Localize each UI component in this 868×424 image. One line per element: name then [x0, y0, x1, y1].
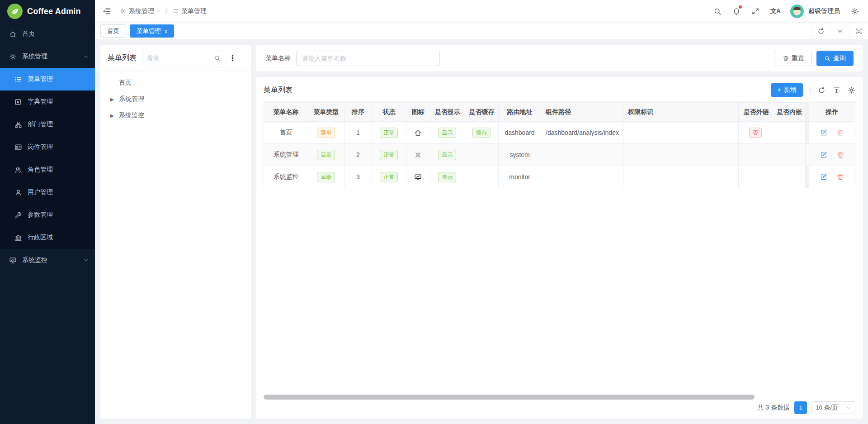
more-options-icon[interactable]: ⋮ [229, 54, 236, 62]
status-badge: 正常 [380, 172, 398, 182]
wrench-icon [14, 211, 22, 219]
menu-name-label: 菜单名称 [265, 54, 291, 62]
avatar[interactable] [790, 5, 804, 18]
refresh-icon[interactable] [818, 86, 826, 94]
home-icon [414, 129, 422, 137]
cell-embedded [772, 144, 805, 166]
settings-gear-icon[interactable] [851, 7, 859, 15]
sidebar-item-home[interactable]: 首页 [0, 23, 95, 45]
chevron-down-icon [156, 9, 161, 14]
sidebar-item-system-monitor[interactable]: 系统监控 [0, 249, 95, 272]
close-icon[interactable]: x [165, 28, 167, 34]
fullscreen-icon[interactable] [751, 7, 760, 15]
breadcrumb-parent[interactable]: 系统管理 [129, 7, 154, 15]
tree-node-label: 系统监控 [119, 111, 144, 119]
tree-node-monitor[interactable]: ▶ 系统监控 [105, 107, 246, 124]
refresh-tab-button[interactable] [811, 23, 830, 39]
column-settings-gear-icon[interactable] [848, 86, 855, 94]
tree-search-group [142, 51, 224, 65]
tree-panel-header: 菜单列表 ⋮ [100, 45, 251, 71]
page-1-button[interactable]: 1 [794, 401, 807, 414]
divider [832, 152, 832, 158]
cell-permission [623, 144, 738, 166]
bank-icon [14, 234, 22, 242]
reset-button[interactable]: 重置 [775, 51, 812, 66]
menu-table: 菜单名称 菜单类型 排序 状态 图标 是否显示 是否缓存 路由地址 组件路径 [264, 102, 855, 188]
cell-menu-name: 首页 [264, 122, 308, 144]
delete-icon[interactable] [837, 173, 844, 181]
sidebar-item-user-management[interactable]: 用户管理 [0, 181, 95, 204]
maximize-content-button[interactable] [849, 23, 868, 39]
tab-menu-dropdown[interactable] [830, 23, 849, 39]
add-button[interactable]: + 新增 [771, 83, 803, 97]
caret-right-icon[interactable]: ▶ [110, 97, 116, 102]
row-density-icon[interactable] [833, 86, 840, 94]
gear-icon [414, 151, 422, 159]
cell-route: dashboard [499, 122, 541, 144]
edit-icon[interactable] [820, 173, 827, 181]
table-row[interactable]: 系统管理 目录 2 正常 显示 system [264, 144, 855, 166]
sidebar-item-role-management[interactable]: 角色管理 [0, 158, 95, 181]
edit-icon[interactable] [820, 129, 827, 136]
monitor-icon [414, 173, 422, 181]
status-badge: 正常 [380, 150, 398, 160]
scrollbar-gutter [805, 166, 809, 188]
sidebar-item-system-management[interactable]: 系统管理 [0, 45, 95, 68]
external-link-badge: 否 [749, 128, 762, 138]
tab-menu-management[interactable]: 菜单管理 x [130, 24, 174, 38]
menu-name-input[interactable] [296, 51, 440, 66]
page-size-select[interactable]: 10 条/页 [811, 401, 855, 414]
sidebar-item-menu-management[interactable]: 菜单管理 [0, 68, 95, 91]
tab-home[interactable]: 首页 [100, 24, 126, 38]
notifications-button[interactable] [732, 7, 741, 15]
edit-icon[interactable] [820, 151, 827, 158]
maximize-icon [855, 28, 863, 35]
leaf-logo-icon [7, 4, 23, 19]
tree-node-home[interactable]: ▶ 首页 [105, 75, 246, 91]
divider [832, 174, 832, 180]
refresh-icon [817, 28, 825, 35]
trash-icon [783, 55, 789, 62]
tree-node-label: 系统管理 [119, 95, 144, 103]
sidebar-item-param-management[interactable]: 参数管理 [0, 204, 95, 226]
search-icon[interactable] [713, 7, 722, 15]
column-header: 权限标识 [623, 103, 738, 122]
cell-external [739, 166, 772, 188]
caret-right-icon[interactable]: ▶ [110, 113, 116, 118]
translate-icon[interactable]: 文A [770, 7, 780, 15]
tree-search-input[interactable] [142, 51, 210, 65]
reset-button-label: 重置 [792, 54, 804, 62]
table-row[interactable]: 系统监控 目录 3 正常 显示 monitor [264, 166, 855, 188]
sidebar-item-dept-management[interactable]: 部门管理 [0, 113, 95, 136]
column-header: 排序 [344, 103, 372, 122]
gear-icon [9, 53, 17, 61]
table-toolbar: + 新增 [771, 83, 855, 97]
table-row[interactable]: 首页 菜单 1 正常 显示 缓存 dashboard /dashboard/an… [264, 122, 855, 144]
app-logo[interactable]: Coffee Admin [0, 0, 95, 23]
menu-type-badge: 目录 [317, 172, 335, 182]
column-header: 是否缓存 [464, 103, 499, 122]
tree-search-button[interactable] [210, 51, 224, 65]
delete-icon[interactable] [837, 151, 844, 158]
sidebar-item-dict-management[interactable]: 字典管理 [0, 91, 95, 113]
cell-embedded [772, 122, 805, 144]
scrollbar-thumb[interactable] [264, 395, 755, 400]
tab-label: 首页 [107, 27, 119, 35]
row-actions [814, 173, 850, 181]
list-icon [172, 8, 179, 14]
cell-route: system [499, 144, 541, 166]
column-header: 菜单类型 [308, 103, 344, 122]
main-area: 系统管理 / 菜单管理 文A 超级管理员 首页 [95, 0, 868, 424]
sidebar-item-admin-region[interactable]: 行政区域 [0, 226, 95, 249]
table-card-title: 菜单列表 [264, 86, 292, 95]
menu-fold-icon[interactable] [102, 7, 111, 16]
tree-panel-title: 菜单列表 [108, 53, 137, 63]
query-button[interactable]: 查询 [816, 51, 854, 66]
sidebar-item-label: 系统监控 [22, 256, 47, 264]
scrollbar-gutter [805, 144, 809, 166]
sidebar-item-post-management[interactable]: 岗位管理 [0, 136, 95, 158]
breadcrumb-current: 菜单管理 [181, 7, 207, 15]
tree-node-system[interactable]: ▶ 系统管理 [105, 91, 246, 107]
delete-icon[interactable] [837, 129, 844, 136]
username[interactable]: 超级管理员 [808, 7, 840, 15]
